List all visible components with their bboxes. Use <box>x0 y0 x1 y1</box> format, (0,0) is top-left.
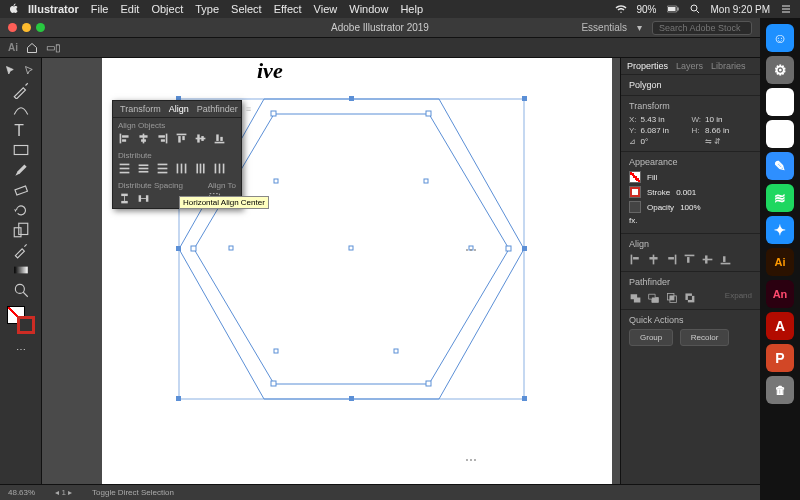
eyedropper-tool[interactable] <box>12 241 30 259</box>
zoom-level[interactable]: 48.63% <box>8 488 35 497</box>
mini-align-bottom-icon[interactable] <box>719 253 732 266</box>
panel-menu-icon[interactable]: ≡ <box>243 103 254 115</box>
dist-hcenter-icon[interactable] <box>194 162 207 175</box>
tab-pathfinder[interactable]: Pathfinder <box>194 103 241 115</box>
edit-toolbar-button[interactable]: ⋯ <box>12 340 30 358</box>
dist-bottom-icon[interactable] <box>156 162 169 175</box>
align-panel[interactable]: Transform Align Pathfinder ≡ Align Objec… <box>112 100 242 209</box>
mini-align-left-icon[interactable] <box>629 253 642 266</box>
notification-center-icon[interactable] <box>780 3 792 15</box>
dock-powerpoint[interactable]: P <box>766 344 794 372</box>
pf-unite-icon[interactable] <box>629 291 642 304</box>
dist-top-icon[interactable] <box>118 162 131 175</box>
menu-type[interactable]: Type <box>195 3 219 15</box>
spotlight-icon[interactable] <box>689 3 701 15</box>
tab-layers[interactable]: Layers <box>676 61 703 71</box>
selection-tool[interactable] <box>2 62 20 80</box>
menu-window[interactable]: Window <box>349 3 388 15</box>
canvas-area[interactable]: ive <box>42 58 620 484</box>
dock-acrobat[interactable]: A <box>766 312 794 340</box>
menu-file[interactable]: File <box>91 3 109 15</box>
tab-libraries[interactable]: Libraries <box>711 61 746 71</box>
collapsed-panel-dots[interactable]: ⋯ <box>465 243 478 257</box>
opacity-swatch[interactable] <box>629 201 641 213</box>
doc-arrange-icon[interactable]: ▭▯ <box>46 42 61 53</box>
maximize-window-button[interactable] <box>36 23 45 32</box>
pf-intersect-icon[interactable] <box>665 291 678 304</box>
mini-align-right-icon[interactable] <box>665 253 678 266</box>
window-controls[interactable] <box>8 23 45 32</box>
menu-object[interactable]: Object <box>151 3 183 15</box>
recolor-button[interactable]: Recolor <box>680 329 730 346</box>
artboard-nav[interactable]: ◂ 1 ▸ <box>55 488 72 497</box>
stroke-swatch[interactable] <box>17 316 35 334</box>
pf-minus-front-icon[interactable] <box>647 291 660 304</box>
pf-expand[interactable]: Expand <box>725 291 752 304</box>
dock-chrome[interactable]: ◉ <box>766 120 794 148</box>
dock-animate[interactable]: An <box>766 280 794 308</box>
pf-exclude-icon[interactable] <box>683 291 696 304</box>
menu-effect[interactable]: Effect <box>274 3 302 15</box>
menu-help[interactable]: Help <box>400 3 423 15</box>
eraser-tool[interactable] <box>12 181 30 199</box>
gradient-tool[interactable] <box>12 261 30 279</box>
pen-tool[interactable] <box>12 81 30 99</box>
search-stock-input[interactable] <box>652 21 752 35</box>
fill-stroke-swatches[interactable] <box>7 306 35 334</box>
close-window-button[interactable] <box>8 23 17 32</box>
dock-settings[interactable]: ⚙ <box>766 56 794 84</box>
stroke-color-swatch[interactable] <box>629 186 641 198</box>
dist-left-icon[interactable] <box>175 162 188 175</box>
menu-app-name[interactable]: Illustrator <box>28 3 79 15</box>
dock-illustrator[interactable]: Ai <box>766 248 794 276</box>
align-top-icon[interactable] <box>175 132 188 145</box>
home-icon[interactable] <box>26 42 38 54</box>
opacity-value[interactable]: 100% <box>680 203 700 212</box>
type-tool[interactable]: T <box>12 121 30 139</box>
tab-align[interactable]: Align <box>166 103 192 115</box>
dist-space-h-icon[interactable] <box>137 192 150 205</box>
rectangle-tool[interactable] <box>12 141 30 159</box>
transform-angle[interactable]: 0° <box>641 137 688 146</box>
chevron-down-icon[interactable]: ▾ <box>637 22 642 33</box>
tab-transform[interactable]: Transform <box>117 103 164 115</box>
menu-select[interactable]: Select <box>231 3 262 15</box>
dock-photos[interactable]: ✿ <box>766 88 794 116</box>
dock-trash[interactable]: 🗑 <box>766 376 794 404</box>
tab-properties[interactable]: Properties <box>627 61 668 71</box>
transform-w[interactable]: 10 in <box>705 115 752 124</box>
align-hcenter-icon[interactable] <box>137 132 150 145</box>
rotate-tool[interactable] <box>12 201 30 219</box>
group-button[interactable]: Group <box>629 329 673 346</box>
mini-align-top-icon[interactable] <box>683 253 696 266</box>
workspace-switcher[interactable]: Essentials <box>581 22 627 33</box>
curvature-tool[interactable] <box>12 101 30 119</box>
menu-edit[interactable]: Edit <box>120 3 139 15</box>
zoom-tool[interactable] <box>12 281 30 299</box>
menu-view[interactable]: View <box>314 3 338 15</box>
mac-app-menu[interactable]: Illustrator File Edit Object Type Select… <box>28 3 423 15</box>
fx-label[interactable]: fx. <box>629 216 637 225</box>
minimize-window-button[interactable] <box>22 23 31 32</box>
dock-safari[interactable]: ✦ <box>766 216 794 244</box>
mini-align-vcenter-icon[interactable] <box>701 253 714 266</box>
fill-color-swatch[interactable] <box>629 171 641 183</box>
align-right-icon[interactable] <box>156 132 169 145</box>
clock[interactable]: Mon 9:20 PM <box>711 4 770 15</box>
dock-finder[interactable]: ☺ <box>766 24 794 52</box>
direct-selection-tool[interactable] <box>21 62 39 80</box>
dist-right-icon[interactable] <box>213 162 226 175</box>
align-vcenter-icon[interactable] <box>194 132 207 145</box>
dock-spotify[interactable]: ≋ <box>766 184 794 212</box>
paintbrush-tool[interactable] <box>12 161 30 179</box>
transform-y[interactable]: 6.087 in <box>641 126 688 135</box>
scale-tool[interactable] <box>12 221 30 239</box>
dist-vcenter-icon[interactable] <box>137 162 150 175</box>
align-bottom-icon[interactable] <box>213 132 226 145</box>
dist-space-v-icon[interactable] <box>118 192 131 205</box>
collapsed-panel-dots-2[interactable]: ⋯ <box>465 453 478 467</box>
align-left-icon[interactable] <box>118 132 131 145</box>
transform-x[interactable]: 5.43 in <box>641 115 688 124</box>
flip-icons[interactable]: ⇋ ⇵ <box>705 137 752 146</box>
dock-notes[interactable]: ✎ <box>766 152 794 180</box>
